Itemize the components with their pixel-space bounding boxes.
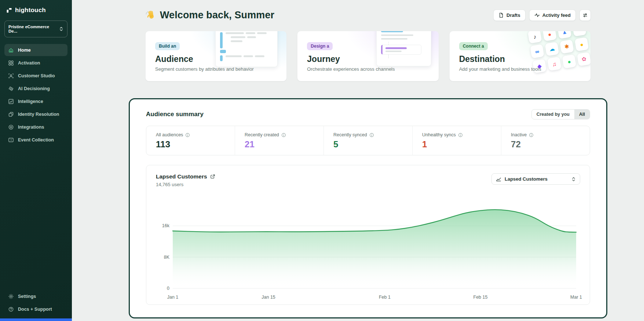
info-icon[interactable] [529,133,534,137]
destination-logo-tile: ♪ [528,31,542,44]
stat-recently-synced: Recently synced 5 [323,126,412,155]
destination-logo-tile: ● [575,37,589,51]
card-subtitle: Orchestrate experiences across channels [307,66,429,72]
customer-studio-icon [8,73,14,79]
sidebar-item-intelligence[interactable]: Intelligence [4,95,67,107]
page-title: Welcome back, Summer [160,10,274,21]
sidebar-item-settings[interactable]: Settings [4,290,67,302]
sidebar-item-label: Activation [18,60,40,66]
promo-cards: Build an Audience Segment customers by a… [145,31,591,81]
stat-label: Recently synced [333,132,367,137]
logo-text: hightouch [15,7,46,14]
sidebar-item-docs-support[interactable]: Docs + Support [4,303,67,315]
panel-title: Audience summary [146,111,204,118]
stat-recently-created: Recently created 21 [235,126,323,155]
workspace-name: Pristine eCommerce De... [8,25,59,33]
chevron-up-down-icon [59,26,63,32]
card-title: Destination [459,54,581,64]
info-icon[interactable] [281,133,286,137]
home-icon [8,47,14,53]
card-badge: Build an [155,42,180,50]
sidebar-item-label: Settings [18,294,36,299]
drafts-button[interactable]: Drafts [493,10,526,21]
svg-text:Jan 1: Jan 1 [167,295,179,300]
stat-all-audiences: All audiences 113 [146,126,235,155]
card-badge: Connect a [459,42,488,50]
destination-logo-tile: ▲ [557,31,572,39]
select-value: Lapsed Customers [505,176,568,182]
sidebar-item-label: Intelligence [18,99,43,104]
area-chart: 08K16kJan 1Jan 15Feb 1Feb 15Mar 1 [156,189,580,302]
identity-resolution-icon [8,111,14,117]
activation-icon [8,60,14,66]
header-actions: Drafts Activity feed [493,10,591,21]
sidebar-item-integrations[interactable]: Integrations [4,121,67,133]
sidebar-item-label: Integrations [18,125,44,130]
swap-arrows-icon [582,12,588,18]
workspace-selector[interactable]: Pristine eCommerce De... [4,21,67,37]
svg-text:Mar 1: Mar 1 [570,295,582,300]
info-icon[interactable] [369,133,374,137]
integrations-icon [8,124,14,130]
svg-text:Feb 15: Feb 15 [473,295,488,300]
sidebar-item-home[interactable]: Home [4,44,67,56]
sidebar-nav: Home Activation Customer Studio AI Decis… [4,44,67,146]
lapsed-customers-chart-card: Lapsed Customers 14,765 users Lapsed Cus… [146,165,590,305]
bottom-blue-bar [0,318,72,321]
ai-decisioning-icon [8,86,14,92]
stat-value: 1 [422,139,491,150]
stat-value: 21 [245,139,314,150]
page-header: Welcome back, Summer Drafts Activity fee… [145,10,591,21]
stat-value: 72 [511,139,580,150]
svg-text:8K: 8K [164,255,170,260]
stat-unhealthy-syncs: Unhealthy syncs 1 [412,126,501,155]
build-audience-card[interactable]: Build an Audience Segment customers by a… [145,31,287,81]
swap-workspace-button[interactable] [579,10,591,21]
stat-label: All audiences [156,132,183,137]
external-link-icon[interactable] [210,174,215,179]
chart-title: Lapsed Customers [156,173,207,180]
activity-pulse-icon [534,12,540,18]
info-icon[interactable] [185,133,190,137]
sidebar-item-label: Customer Studio [18,73,55,78]
info-icon[interactable] [458,133,463,137]
chart-users-count: 14,765 users [156,182,215,187]
sidebar: hightouch Pristine eCommerce De... Home … [0,0,72,321]
stat-value: 113 [156,139,225,150]
stat-label: Inactive [511,132,527,137]
svg-text:16k: 16k [162,223,170,228]
hightouch-logo: hightouch [4,6,67,15]
connect-destination-card[interactable]: ♪●▲✦∞☁✱●◆♫●✿ Connect a Destination Add y… [449,31,591,81]
sidebar-item-identity-resolution[interactable]: Identity Resolution [4,108,67,120]
card-subtitle: Add your marketing and business tools [459,66,581,72]
card-subtitle: Segment customers by attributes and beha… [155,66,277,72]
activity-feed-label: Activity feed [542,12,571,18]
design-journey-card[interactable]: Design a Journey Orchestrate experiences… [297,31,439,81]
stat-label: Recently created [245,132,279,137]
stat-label: Unhealthy syncs [422,132,456,137]
svg-text:0: 0 [167,286,169,291]
drafts-label: Drafts [506,12,520,18]
sidebar-item-label: Identity Resolution [18,112,59,117]
sidebar-item-label: AI Decisioning [18,86,50,91]
sidebar-item-activation[interactable]: Activation [4,57,67,69]
filter-created-by-you[interactable]: Created by you [532,110,574,119]
sidebar-item-label: Docs + Support [18,307,52,312]
sidebar-item-customer-studio[interactable]: Customer Studio [4,70,67,82]
waving-hand-icon [145,10,156,21]
chart-audience-select[interactable]: Lapsed Customers [491,173,580,185]
destination-logo-tile: ✦ [572,31,586,37]
sidebar-item-event-collection[interactable]: Event Collection [4,134,67,146]
card-title: Journey [307,54,429,64]
event-collection-icon [8,137,14,143]
chevron-up-down-icon [571,177,576,182]
activity-feed-button[interactable]: Activity feed [529,10,576,21]
filter-all[interactable]: All [574,110,590,119]
main-content: Welcome back, Summer Drafts Activity fee… [72,0,644,321]
line-chart-icon [496,176,501,182]
destination-logo-tile: ● [542,31,557,41]
stat-value: 5 [333,139,403,150]
sidebar-item-ai-decisioning[interactable]: AI Decisioning [4,82,67,95]
intelligence-icon [8,99,14,104]
document-icon [498,12,504,18]
